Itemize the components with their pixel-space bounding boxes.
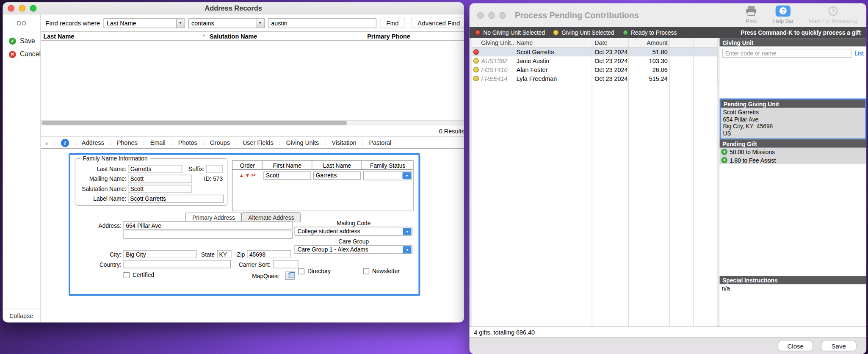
contributions-window-titlebar[interactable]: Process Pending Contributions Print ? bbox=[470, 3, 866, 27]
list-link[interactable]: List bbox=[854, 50, 863, 57]
cancel-label: Cancel bbox=[20, 50, 41, 58]
column-header-date[interactable]: Date bbox=[592, 38, 629, 47]
address-records-window: Address Records DO ✓ Save ✕ Cancel Colla… bbox=[3, 2, 464, 322]
member-row[interactable]: ▲ ▼ ✂ ▼ bbox=[233, 170, 413, 180]
move-down-icon[interactable]: ▼ bbox=[245, 173, 250, 178]
contribution-row[interactable]: Scott Garretts Oct 23 2024 51.80 bbox=[472, 47, 717, 56]
family-members-table: Order First Name Last Name Family Status… bbox=[232, 160, 414, 211]
address-line1-input[interactable] bbox=[124, 221, 293, 230]
mapquest-button[interactable] bbox=[285, 271, 295, 280]
tab-email[interactable]: Email bbox=[150, 139, 166, 146]
column-header-family-status: Family Status bbox=[362, 161, 413, 169]
minimize-window-button[interactable] bbox=[19, 5, 25, 12]
address-window-titlebar[interactable]: Address Records bbox=[3, 2, 464, 14]
tab-giving-units[interactable]: Giving Units bbox=[286, 139, 319, 146]
family-name-information-group: Family Name Information Last Name: Suffi… bbox=[75, 158, 228, 206]
close-button[interactable]: Close bbox=[778, 341, 813, 351]
save-button[interactable]: Save bbox=[821, 341, 857, 351]
tab-photos[interactable]: Photos bbox=[178, 139, 197, 146]
member-last-name-input[interactable] bbox=[313, 171, 361, 180]
cut-member-icon[interactable]: ✂ bbox=[251, 172, 256, 179]
dropdown-arrow-icon: ▼ bbox=[256, 19, 264, 28]
plus-icon: + bbox=[721, 149, 727, 155]
results-list bbox=[41, 41, 464, 126]
find-button[interactable]: Find bbox=[380, 18, 406, 28]
family-status-select[interactable]: ▼ bbox=[363, 171, 412, 180]
group-legend: Family Name Information bbox=[80, 155, 150, 162]
tab-visitation[interactable]: Visitation bbox=[332, 139, 356, 146]
mailing-name-input[interactable] bbox=[128, 174, 192, 183]
directory-checkbox[interactable]: Directory bbox=[299, 268, 331, 274]
member-first-name-input[interactable] bbox=[264, 171, 311, 180]
state-input[interactable] bbox=[217, 250, 231, 258]
mailing-code-select[interactable]: College student address ▼ bbox=[295, 227, 412, 236]
care-group-select[interactable]: Care Group 1 - Alex Adams ▼ bbox=[295, 245, 412, 254]
country-input[interactable] bbox=[124, 260, 231, 268]
contribution-row[interactable]: AUST382 Janie Austin Oct 23 2024 103.30 bbox=[472, 56, 717, 65]
members-table-header: Order First Name Last Name Family Status bbox=[233, 161, 413, 170]
address-line2-input[interactable] bbox=[124, 231, 293, 239]
yellow-status-icon bbox=[473, 58, 479, 64]
help-bar-button[interactable]: ? Help Bar bbox=[773, 5, 793, 24]
tab-user-fields[interactable]: User Fields bbox=[243, 139, 274, 146]
window-title: Process Pending Contributions bbox=[515, 11, 639, 20]
special-instructions-value: n/a bbox=[720, 284, 866, 292]
column-header-giving-unit[interactable]: Giving Unit... bbox=[481, 38, 515, 47]
last-name-input[interactable] bbox=[128, 165, 182, 173]
column-header-amount[interactable]: Amount bbox=[629, 38, 670, 47]
checkbox-icon bbox=[363, 268, 369, 274]
tab-pastoral[interactable]: Pastoral bbox=[369, 139, 391, 146]
sort-ascending-icon: ^ bbox=[202, 33, 205, 39]
column-header-last-name[interactable]: Last Name ^ bbox=[41, 33, 207, 40]
pending-giving-unit-section: Pending Giving Unit Scott Garretts 654 P… bbox=[720, 99, 866, 140]
traffic-lights bbox=[8, 5, 36, 12]
tab-groups[interactable]: Groups bbox=[210, 139, 230, 146]
collapse-button[interactable]: Collapse bbox=[3, 309, 41, 322]
tab-scroll-left-icon[interactable]: ‹ bbox=[46, 138, 48, 147]
find-records-where-label: Find records where bbox=[46, 19, 100, 26]
scrollbar-thumb[interactable] bbox=[42, 121, 347, 125]
horizontal-scrollbar[interactable] bbox=[41, 120, 464, 125]
find-operator-select[interactable]: contains ▼ bbox=[188, 18, 264, 28]
certified-checkbox[interactable]: Certified bbox=[124, 271, 154, 278]
contribution-row[interactable]: FOST410 Alan Foster Oct 23 2024 26.06 bbox=[472, 65, 717, 74]
carrier-sort-input[interactable] bbox=[273, 260, 298, 268]
zoom-window-button[interactable] bbox=[499, 12, 506, 19]
zip-input[interactable] bbox=[247, 250, 292, 258]
status-legend-bar: No Giving Unit Selected Giving Unit Sele… bbox=[470, 27, 866, 38]
minimize-window-button[interactable] bbox=[488, 12, 495, 19]
label-name-label: Label Name: bbox=[79, 195, 126, 202]
salutation-name-input[interactable] bbox=[128, 185, 192, 193]
column-header-name[interactable]: Name bbox=[515, 38, 592, 47]
city-input[interactable] bbox=[124, 250, 197, 258]
cancel-button[interactable]: ✕ Cancel bbox=[3, 47, 41, 61]
info-tab-icon[interactable]: i bbox=[61, 138, 69, 147]
save-button[interactable]: ✓ Save bbox=[3, 34, 41, 47]
tab-separator: ⋮ bbox=[73, 140, 78, 145]
giving-unit-code-input[interactable] bbox=[722, 49, 851, 58]
clock-icon bbox=[828, 5, 839, 17]
mark-for-processing-button: Mark For Processing bbox=[809, 5, 858, 24]
close-window-button[interactable] bbox=[8, 5, 14, 12]
label-name-input[interactable] bbox=[128, 194, 224, 203]
find-value-input[interactable] bbox=[268, 18, 376, 28]
newsletter-checkbox[interactable]: Newsletter bbox=[363, 268, 400, 274]
tab-address[interactable]: Address bbox=[82, 139, 104, 146]
zoom-window-button[interactable] bbox=[30, 5, 37, 12]
sidebar-header: DO bbox=[3, 14, 41, 34]
checkbox-icon bbox=[124, 272, 130, 278]
tab-separator: ⋮ bbox=[201, 140, 206, 145]
column-header-primary-phone[interactable]: Primary Phone bbox=[365, 33, 464, 40]
move-up-icon[interactable]: ▲ bbox=[239, 173, 244, 178]
tab-phones[interactable]: Phones bbox=[117, 139, 138, 146]
column-header-salutation-name[interactable]: Salutation Name bbox=[207, 33, 365, 40]
giving-unit-panel: Giving Unit List Pending Giving Unit Sco… bbox=[720, 38, 866, 326]
gift-line[interactable]: + 1.80 to Fee Assist bbox=[720, 156, 866, 164]
print-button[interactable]: Print bbox=[745, 5, 757, 24]
advanced-find-button[interactable]: Advanced Find bbox=[411, 18, 464, 28]
close-window-button[interactable] bbox=[477, 12, 484, 19]
suffix-input[interactable] bbox=[206, 165, 223, 173]
contribution-row[interactable]: FREE414 Lyla Freedman Oct 23 2024 515.24 bbox=[472, 74, 717, 83]
gift-line[interactable]: + 50.00 to Missions bbox=[720, 148, 866, 156]
find-field-select[interactable]: Last Name ▼ bbox=[103, 18, 185, 28]
